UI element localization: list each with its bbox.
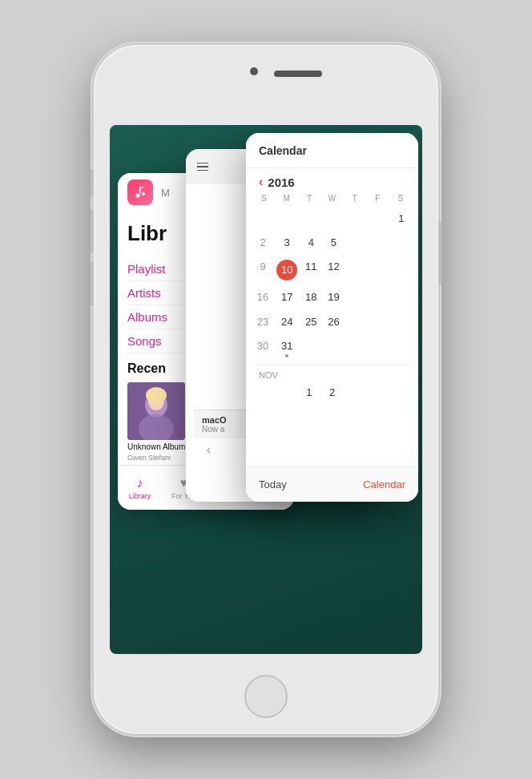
mute-button[interactable]	[91, 169, 94, 197]
cal-day-9[interactable]: 9	[252, 256, 273, 285]
cal-day-4[interactable]: 4	[300, 232, 321, 254]
nov-day-2[interactable]: 2	[321, 381, 343, 404]
iphone-top	[94, 45, 438, 125]
svg-rect-3	[139, 187, 145, 188]
calendar-footer: Today Calendar	[246, 466, 418, 502]
library-icon: ♪	[137, 476, 143, 490]
cal-day-2[interactable]: 2	[252, 232, 273, 254]
cal-day-1[interactable]: 1	[391, 208, 412, 230]
cal-day-25[interactable]: 25	[300, 311, 321, 333]
cal-empty-15	[391, 286, 412, 309]
today-button[interactable]: Today	[259, 478, 287, 490]
weekday-f: F	[366, 192, 389, 204]
music-album-1[interactable]: Unknown Album Gwen Stefani	[127, 382, 185, 462]
calendar-grid-oct: 1 2 3 4 5 9 10 11 12	[246, 208, 418, 361]
screen: M Libr Playlist Artists Albums Songs Rec…	[110, 125, 422, 654]
cal-empty-23	[391, 335, 412, 361]
safari-back-button[interactable]: ‹	[207, 443, 211, 456]
cal-empty-17	[369, 311, 389, 333]
volume-up-button[interactable]	[91, 209, 94, 253]
weekday-m: M	[275, 192, 297, 204]
cal-day-26[interactable]: 26	[323, 311, 344, 333]
svg-point-0	[136, 194, 140, 198]
album-art-gwen-inner	[127, 382, 185, 440]
svg-point-8	[146, 387, 167, 403]
power-button[interactable]	[438, 221, 441, 285]
cal-day-5[interactable]: 5	[323, 232, 344, 254]
cal-empty-7	[345, 232, 366, 254]
cal-empty-10	[345, 256, 366, 285]
calendar-divider	[252, 365, 412, 365]
cal-empty-14	[369, 286, 389, 309]
weekday-t2: T	[344, 192, 366, 204]
calendar-app-card[interactable]: Calendar ‹ 2016 S M T W T F S	[246, 133, 418, 502]
cal-empty-1	[252, 208, 273, 230]
cal-empty-13	[345, 286, 366, 309]
nov-empty-1	[252, 381, 274, 404]
calendar-weekdays: S M T W T F S	[246, 192, 418, 204]
cal-day-19[interactable]: 19	[323, 286, 344, 309]
calendar-back-arrow[interactable]: ‹	[259, 175, 263, 189]
cal-day-31[interactable]: 31	[275, 335, 299, 361]
cal-day-10-today[interactable]: 10	[275, 256, 299, 285]
cal-empty-9	[391, 232, 412, 254]
calendar-button[interactable]: Calendar	[363, 478, 405, 490]
weekday-w: W	[320, 192, 343, 204]
album-art-gwen	[127, 382, 185, 440]
multitask-background[interactable]: M Libr Playlist Artists Albums Songs Rec…	[110, 125, 422, 654]
cal-empty-3	[300, 208, 321, 230]
cal-empty-20	[323, 335, 344, 361]
music-nav-library[interactable]: ♪ Library	[118, 476, 162, 500]
cal-empty-8	[369, 232, 389, 254]
music-app-icon	[127, 180, 153, 205]
cal-day-3[interactable]: 3	[275, 232, 299, 254]
cal-empty-22	[369, 335, 389, 361]
cal-empty-2	[275, 208, 299, 230]
cal-empty-12	[391, 256, 412, 285]
event-dot-31	[285, 354, 288, 357]
cal-empty-16	[345, 311, 366, 333]
cal-day-17[interactable]: 17	[275, 286, 299, 309]
volume-down-button[interactable]	[91, 261, 94, 305]
nov-empty-2	[276, 381, 297, 404]
cal-day-18[interactable]: 18	[300, 286, 321, 309]
calendar-grid-nov: 1 2	[246, 381, 418, 404]
weekday-s: S	[252, 192, 275, 204]
calendar-title: Calendar	[259, 144, 307, 157]
weekday-s2: S	[389, 192, 412, 204]
cal-empty-11	[369, 256, 389, 285]
album-artist-1: Gwen Stefani	[127, 454, 185, 462]
music-app-letter: M	[161, 187, 170, 199]
calendar-year: 2016	[268, 176, 294, 189]
cal-day-12[interactable]: 12	[323, 256, 344, 285]
cal-empty-18	[391, 311, 412, 333]
library-label: Library	[129, 492, 151, 500]
speaker	[274, 71, 322, 77]
calendar-nav: ‹ 2016	[246, 168, 418, 192]
today-indicator: 10	[276, 260, 297, 281]
iphone-frame: M Libr Playlist Artists Albums Songs Rec…	[94, 45, 438, 734]
cal-empty-6	[369, 208, 389, 230]
home-button[interactable]	[244, 675, 288, 718]
weekday-t1: T	[298, 192, 320, 204]
cal-empty-21	[345, 335, 366, 361]
cal-day-30[interactable]: 30	[252, 335, 273, 361]
hamburger-icon[interactable]	[197, 163, 208, 172]
cal-empty-19	[300, 335, 321, 361]
calendar-header: Calendar	[246, 133, 418, 168]
cal-day-16[interactable]: 16	[252, 286, 273, 309]
cal-day-23[interactable]: 23	[252, 311, 273, 333]
nov-day-1[interactable]: 1	[298, 381, 320, 404]
cal-day-11[interactable]: 11	[300, 256, 321, 285]
cal-day-24[interactable]: 24	[275, 311, 299, 333]
cal-empty-4	[323, 208, 344, 230]
svg-point-1	[142, 192, 145, 196]
album-name-1: Unknown Album	[127, 442, 185, 451]
november-label: NOV	[246, 369, 418, 381]
front-camera	[250, 67, 258, 75]
cal-empty-5	[345, 208, 366, 230]
